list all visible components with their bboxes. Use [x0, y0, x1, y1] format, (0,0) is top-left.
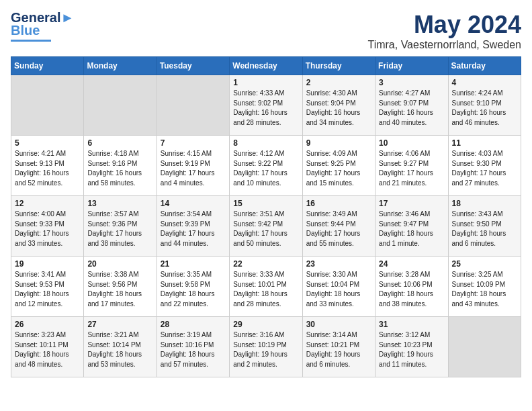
day-number: 22	[233, 259, 298, 269]
calendar-cell: 7Sunrise: 4:15 AM Sunset: 9:19 PM Daylig…	[157, 136, 229, 196]
day-info: Sunrise: 3:46 AM Sunset: 9:47 PM Dayligh…	[379, 210, 444, 248]
day-info: Sunrise: 3:43 AM Sunset: 9:50 PM Dayligh…	[452, 210, 517, 248]
calendar-cell: 23Sunrise: 3:30 AM Sunset: 10:04 PM Dayl…	[302, 257, 375, 317]
day-number: 16	[306, 199, 371, 208]
calendar-cell: 5Sunrise: 4:21 AM Sunset: 9:13 PM Daylig…	[11, 136, 84, 196]
calendar-cell: 20Sunrise: 3:38 AM Sunset: 9:56 PM Dayli…	[84, 257, 157, 317]
calendar-cell: 13Sunrise: 3:57 AM Sunset: 9:36 PM Dayli…	[84, 196, 157, 257]
day-info: Sunrise: 3:57 AM Sunset: 9:36 PM Dayligh…	[87, 210, 152, 248]
calendar-cell: 26Sunrise: 3:23 AM Sunset: 10:11 PM Dayl…	[11, 317, 84, 377]
day-info: Sunrise: 4:00 AM Sunset: 9:33 PM Dayligh…	[15, 210, 80, 248]
col-header-thursday: Thursday	[302, 57, 375, 75]
day-number: 28	[161, 320, 226, 329]
day-number: 30	[306, 320, 371, 329]
calendar-cell: 10Sunrise: 4:06 AM Sunset: 9:27 PM Dayli…	[375, 136, 448, 196]
day-number: 11	[452, 138, 517, 148]
calendar-cell: 15Sunrise: 3:51 AM Sunset: 9:42 PM Dayli…	[230, 196, 302, 257]
calendar-cell: 21Sunrise: 3:35 AM Sunset: 9:58 PM Dayli…	[157, 257, 229, 317]
day-info: Sunrise: 3:49 AM Sunset: 9:44 PM Dayligh…	[306, 210, 371, 248]
day-number: 27	[87, 320, 152, 329]
day-number: 7	[161, 138, 226, 148]
day-number: 31	[379, 320, 444, 329]
col-header-wednesday: Wednesday	[230, 57, 302, 75]
col-header-monday: Monday	[84, 57, 157, 75]
calendar-cell: 19Sunrise: 3:41 AM Sunset: 9:53 PM Dayli…	[11, 257, 84, 317]
calendar-cell: 14Sunrise: 3:54 AM Sunset: 9:39 PM Dayli…	[157, 196, 229, 257]
day-info: Sunrise: 3:14 AM Sunset: 10:21 PM Daylig…	[306, 330, 371, 369]
calendar-cell: 1Sunrise: 4:33 AM Sunset: 9:02 PM Daylig…	[230, 75, 302, 136]
calendar-cell: 3Sunrise: 4:27 AM Sunset: 9:07 PM Daylig…	[375, 75, 448, 136]
day-number: 20	[87, 259, 152, 269]
col-header-sunday: Sunday	[11, 57, 84, 75]
day-number: 24	[379, 259, 444, 269]
calendar-header-row: SundayMondayTuesdayWednesdayThursdayFrid…	[11, 57, 521, 75]
calendar-cell: 2Sunrise: 4:30 AM Sunset: 9:04 PM Daylig…	[302, 75, 375, 136]
day-info: Sunrise: 4:06 AM Sunset: 9:27 PM Dayligh…	[379, 149, 444, 188]
day-number: 21	[161, 259, 226, 269]
calendar-cell: 29Sunrise: 3:16 AM Sunset: 10:19 PM Dayl…	[230, 317, 302, 377]
day-number: 3	[379, 78, 444, 87]
day-number: 14	[161, 199, 226, 208]
day-number: 8	[233, 138, 298, 148]
day-info: Sunrise: 4:15 AM Sunset: 9:19 PM Dayligh…	[161, 149, 226, 188]
day-number: 17	[379, 199, 444, 208]
logo: General► Blue	[11, 11, 74, 42]
day-info: Sunrise: 4:33 AM Sunset: 9:02 PM Dayligh…	[233, 89, 298, 128]
title-block: May 2024 Timra, Vaesternorrland, Sweden	[367, 11, 521, 51]
day-number: 12	[15, 199, 80, 208]
day-info: Sunrise: 4:09 AM Sunset: 9:25 PM Dayligh…	[306, 149, 371, 188]
day-info: Sunrise: 3:30 AM Sunset: 10:04 PM Daylig…	[306, 270, 371, 309]
day-info: Sunrise: 3:25 AM Sunset: 10:09 PM Daylig…	[452, 270, 517, 309]
calendar-cell	[448, 317, 521, 377]
day-number: 15	[233, 199, 298, 208]
day-info: Sunrise: 3:23 AM Sunset: 10:11 PM Daylig…	[15, 330, 80, 369]
col-header-friday: Friday	[375, 57, 448, 75]
col-header-tuesday: Tuesday	[157, 57, 229, 75]
day-info: Sunrise: 3:33 AM Sunset: 10:01 PM Daylig…	[233, 270, 298, 309]
location-title: Timra, Vaesternorrland, Sweden	[367, 39, 521, 51]
calendar-cell: 11Sunrise: 4:03 AM Sunset: 9:30 PM Dayli…	[448, 136, 521, 196]
calendar-cell: 30Sunrise: 3:14 AM Sunset: 10:21 PM Dayl…	[302, 317, 375, 377]
calendar-cell	[84, 75, 157, 136]
week-row-1: 1Sunrise: 4:33 AM Sunset: 9:02 PM Daylig…	[11, 75, 521, 136]
day-info: Sunrise: 3:54 AM Sunset: 9:39 PM Dayligh…	[161, 210, 226, 248]
logo-text: General►	[11, 11, 74, 24]
day-info: Sunrise: 3:35 AM Sunset: 9:58 PM Dayligh…	[161, 270, 226, 309]
day-number: 9	[306, 138, 371, 148]
col-header-saturday: Saturday	[448, 57, 521, 75]
day-info: Sunrise: 4:18 AM Sunset: 9:16 PM Dayligh…	[87, 149, 152, 188]
calendar-cell: 16Sunrise: 3:49 AM Sunset: 9:44 PM Dayli…	[302, 196, 375, 257]
week-row-4: 19Sunrise: 3:41 AM Sunset: 9:53 PM Dayli…	[11, 257, 521, 317]
day-number: 29	[233, 320, 298, 329]
day-number: 6	[87, 138, 152, 148]
calendar-cell: 28Sunrise: 3:19 AM Sunset: 10:16 PM Dayl…	[157, 317, 229, 377]
day-info: Sunrise: 3:41 AM Sunset: 9:53 PM Dayligh…	[15, 270, 80, 309]
calendar-cell: 17Sunrise: 3:46 AM Sunset: 9:47 PM Dayli…	[375, 196, 448, 257]
calendar-cell: 9Sunrise: 4:09 AM Sunset: 9:25 PM Daylig…	[302, 136, 375, 196]
week-row-5: 26Sunrise: 3:23 AM Sunset: 10:11 PM Dayl…	[11, 317, 521, 377]
day-info: Sunrise: 3:28 AM Sunset: 10:06 PM Daylig…	[379, 270, 444, 309]
calendar-cell: 24Sunrise: 3:28 AM Sunset: 10:06 PM Dayl…	[375, 257, 448, 317]
week-row-3: 12Sunrise: 4:00 AM Sunset: 9:33 PM Dayli…	[11, 196, 521, 257]
day-info: Sunrise: 3:51 AM Sunset: 9:42 PM Dayligh…	[233, 210, 298, 248]
page-header: General► Blue May 2024 Timra, Vaesternor…	[11, 11, 521, 51]
day-number: 2	[306, 78, 371, 87]
day-info: Sunrise: 4:27 AM Sunset: 9:07 PM Dayligh…	[379, 89, 444, 128]
day-number: 4	[452, 78, 517, 87]
day-info: Sunrise: 4:24 AM Sunset: 9:10 PM Dayligh…	[452, 89, 517, 128]
calendar-cell: 6Sunrise: 4:18 AM Sunset: 9:16 PM Daylig…	[84, 136, 157, 196]
calendar-cell: 12Sunrise: 4:00 AM Sunset: 9:33 PM Dayli…	[11, 196, 84, 257]
calendar-cell: 27Sunrise: 3:21 AM Sunset: 10:14 PM Dayl…	[84, 317, 157, 377]
day-info: Sunrise: 3:16 AM Sunset: 10:19 PM Daylig…	[233, 330, 298, 369]
calendar-cell: 31Sunrise: 3:12 AM Sunset: 10:23 PM Dayl…	[375, 317, 448, 377]
day-number: 19	[15, 259, 80, 269]
calendar-cell: 4Sunrise: 4:24 AM Sunset: 9:10 PM Daylig…	[448, 75, 521, 136]
day-info: Sunrise: 3:38 AM Sunset: 9:56 PM Dayligh…	[87, 270, 152, 309]
month-title: May 2024	[367, 11, 521, 39]
logo-blue: Blue	[11, 23, 40, 38]
day-info: Sunrise: 4:03 AM Sunset: 9:30 PM Dayligh…	[452, 149, 517, 188]
day-number: 23	[306, 259, 371, 269]
day-info: Sunrise: 3:12 AM Sunset: 10:23 PM Daylig…	[379, 330, 444, 369]
day-info: Sunrise: 3:19 AM Sunset: 10:16 PM Daylig…	[161, 330, 226, 369]
day-number: 1	[233, 78, 298, 87]
